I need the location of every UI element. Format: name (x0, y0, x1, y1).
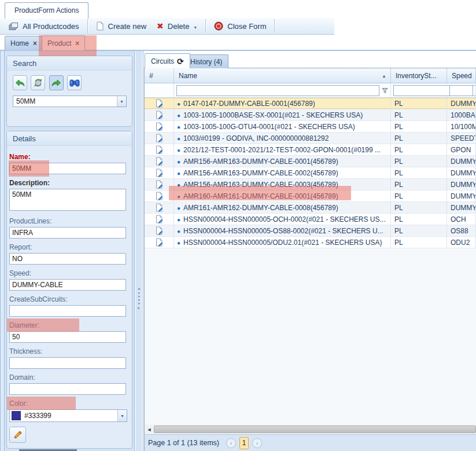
circuit-name-cell[interactable]: 1003-1005-100G-OTU4-0001(#021 - SKECHERS… (174, 121, 391, 132)
circuit-name-cell[interactable]: AMR160-AMR161-DUMMY-CABLE-0001(456789) (174, 190, 391, 201)
column-header-num[interactable]: # (145, 68, 174, 83)
speed-cell[interactable]: SPEEDT (447, 133, 476, 144)
panel-splitter[interactable]: ◄ ► (134, 51, 143, 451)
row-edit-cell[interactable] (145, 225, 174, 236)
circuit-name-cell[interactable]: HSSN000004-HSSN000005/ODU2.01(#021 - SKE… (174, 237, 391, 248)
grid-row[interactable]: 1003-1005-100G-OTU4-0001(#021 - SKECHERS… (145, 121, 476, 133)
pager-next-button[interactable] (252, 438, 262, 448)
column-header-inventorystatus[interactable]: InventorySt... (391, 68, 447, 83)
circuit-name-cell[interactable]: HSSN000004-HSSN000005-OS88-0002(#021 - S… (174, 225, 391, 236)
speed-cell[interactable]: DUMMY- (447, 167, 476, 178)
grid-row[interactable]: AMR156-AMR163-DUMMY-CABLE-0002(456789) P… (145, 167, 476, 179)
circuit-name-cell[interactable]: 0147-0147-DUMMY-CABLE-0001(456789) (174, 98, 391, 109)
circuit-name-cell[interactable]: 1003/#0199 - GODIVA, INC-000000000881292 (174, 133, 391, 144)
row-edit-cell[interactable] (145, 202, 174, 213)
inventory-status-cell[interactable]: PL (391, 202, 447, 213)
row-edit-cell[interactable] (145, 144, 174, 155)
tab-history[interactable]: History (4) (184, 54, 228, 68)
search-forward-button[interactable] (49, 75, 64, 90)
tab-home[interactable]: Home × (5, 36, 43, 50)
inventory-status-cell[interactable]: PL (391, 144, 447, 155)
diameter-input[interactable] (9, 331, 126, 343)
speed-filter-input[interactable] (449, 85, 473, 96)
row-edit-cell[interactable] (145, 167, 174, 178)
pager-prev-button[interactable] (226, 438, 236, 448)
column-header-name[interactable]: Name (174, 68, 391, 83)
circuit-name-cell[interactable]: HSSN000004-HSSN000005-OCH-0002(#021 - SK… (174, 214, 391, 225)
row-edit-cell[interactable] (145, 109, 174, 120)
name-filter-input[interactable] (176, 85, 379, 96)
inventory-status-cell[interactable]: PL (391, 237, 447, 248)
speed-cell[interactable]: DUMMY- (447, 156, 476, 167)
grid-row[interactable]: AMR156-AMR163-DUMMY-CABLE-0001(456789) P… (145, 156, 476, 167)
scrollbar-thumb[interactable] (154, 426, 476, 433)
grid-row[interactable]: 1003-1005-1000BASE-SX-0001(#021 - SKECHE… (145, 109, 476, 121)
speed-cell[interactable]: OCH (447, 214, 476, 225)
close-form-button[interactable]: Close Form (209, 19, 271, 34)
circuit-name-cell[interactable]: AMR156-AMR163-DUMMY-CABLE-0001(456789) (174, 156, 391, 167)
grid-row[interactable]: HSSN000004-HSSN000005-OCH-0002(#021 - SK… (145, 214, 476, 225)
speed-cell[interactable]: OS88 (447, 225, 476, 236)
search-find-button[interactable] (67, 75, 82, 90)
inventory-status-cell[interactable]: PL (391, 214, 447, 225)
createsubcircuits-input[interactable] (9, 305, 126, 317)
grid-row[interactable]: AMR156-AMR163-DUMMY-CABLE-0003(456789) P… (145, 179, 476, 190)
thickness-input[interactable] (9, 357, 126, 369)
circuit-name-cell[interactable]: AMR156-AMR163-DUMMY-CABLE-0003(456789) (174, 179, 391, 190)
scroll-left-arrow-icon[interactable] (145, 427, 154, 432)
inventory-status-cell[interactable]: PL (391, 179, 447, 190)
domain-input[interactable] (9, 383, 126, 395)
tab-circuits[interactable]: Circuits ⟳ (145, 53, 190, 68)
tab-product-close-icon[interactable]: × (75, 39, 79, 47)
speed-cell[interactable]: 10/100M (447, 121, 476, 132)
circuit-name-cell[interactable]: AMR156-AMR163-DUMMY-CABLE-0002(456789) (174, 167, 391, 178)
row-edit-cell[interactable] (145, 156, 174, 167)
grid-row[interactable]: 1003/#0199 - GODIVA, INC-000000000881292… (145, 133, 476, 144)
tab-product[interactable]: Product × (42, 35, 85, 50)
name-input[interactable] (9, 163, 126, 174)
inventory-status-cell[interactable]: PL (391, 167, 447, 178)
row-edit-cell[interactable] (145, 214, 174, 225)
search-refresh-button[interactable] (31, 75, 45, 90)
circuit-name-cell[interactable]: 2021/12-TEST-0001-2021/12-TEST-0002-GPON… (174, 144, 391, 155)
grid-row[interactable]: HSSN000004-HSSN000005-OS88-0002(#021 - S… (145, 225, 476, 237)
grid-horizontal-scrollbar[interactable] (144, 424, 476, 434)
inventory-status-cell[interactable]: PL (391, 156, 447, 167)
search-combo-dropdown-button[interactable] (117, 96, 126, 107)
delete-dropdown-caret-icon[interactable] (193, 22, 197, 31)
row-edit-cell[interactable] (145, 190, 174, 201)
color-dropdown-button[interactable] (117, 410, 127, 421)
productlines-input[interactable] (9, 227, 126, 239)
splitter-grip[interactable]: ◄ ► (135, 287, 143, 310)
speed-cell[interactable]: DUMMY- (447, 179, 476, 190)
grid-row[interactable]: 2021/12-TEST-0001-2021/12-TEST-0002-GPON… (145, 144, 476, 156)
inventory-status-cell[interactable]: PL (391, 190, 447, 201)
row-edit-cell[interactable] (145, 98, 174, 109)
description-input[interactable] (9, 189, 126, 211)
speed-cell[interactable]: 1000BA (447, 109, 476, 120)
speed-cell[interactable]: DUMMY- (447, 190, 476, 201)
column-header-speed[interactable]: Speed (447, 68, 476, 83)
create-new-button[interactable]: Create new (91, 19, 152, 34)
speed-cell[interactable]: DUMMY- (447, 98, 476, 109)
speed-input[interactable] (9, 279, 126, 291)
tab-home-close-icon[interactable]: × (33, 39, 37, 47)
grid-row[interactable]: 0147-0147-DUMMY-CABLE-0001(456789) PL DU… (145, 98, 476, 109)
speed-cell[interactable]: DUMMY- (447, 202, 476, 213)
circuits-refresh-icon[interactable]: ⟳ (177, 57, 184, 65)
speed-cell[interactable]: ODU2 (447, 237, 476, 248)
inventory-status-cell[interactable]: PL (391, 109, 447, 120)
filter-funnel-icon[interactable] (381, 87, 389, 94)
all-productcodes-button[interactable]: All Productcodes (3, 19, 84, 34)
pager-page-1-button[interactable]: 1 (239, 437, 249, 449)
inventory-status-cell[interactable]: PL (391, 98, 447, 109)
delete-button[interactable]: ✖ Delete (152, 19, 202, 34)
ribbon-tab-productform-actions[interactable]: ProductForm Actions (5, 2, 88, 19)
edit-pencil-button[interactable] (9, 427, 26, 443)
inventory-status-cell[interactable]: PL (391, 225, 447, 236)
grid-row[interactable]: AMR161-AMR162-DUMMY-CABLE-0008(456789) P… (145, 202, 476, 214)
search-combo[interactable]: 50MM (13, 96, 127, 107)
circuit-name-cell[interactable]: 1003-1005-1000BASE-SX-0001(#021 - SKECHE… (174, 109, 391, 120)
speed-cell[interactable]: GPON (447, 144, 476, 155)
circuit-name-cell[interactable]: AMR161-AMR162-DUMMY-CABLE-0008(456789) (174, 202, 391, 213)
